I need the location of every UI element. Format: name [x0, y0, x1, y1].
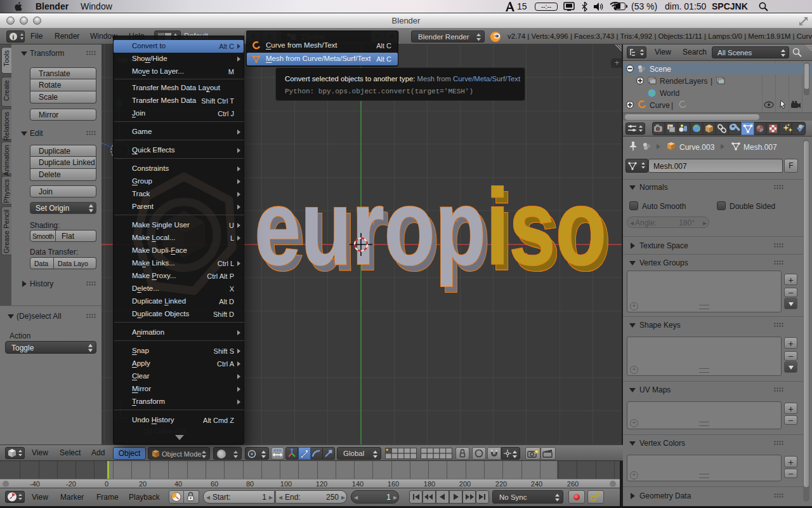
svg-text:--:--: --:-- — [541, 3, 551, 10]
svg-text:i: i — [13, 34, 15, 41]
